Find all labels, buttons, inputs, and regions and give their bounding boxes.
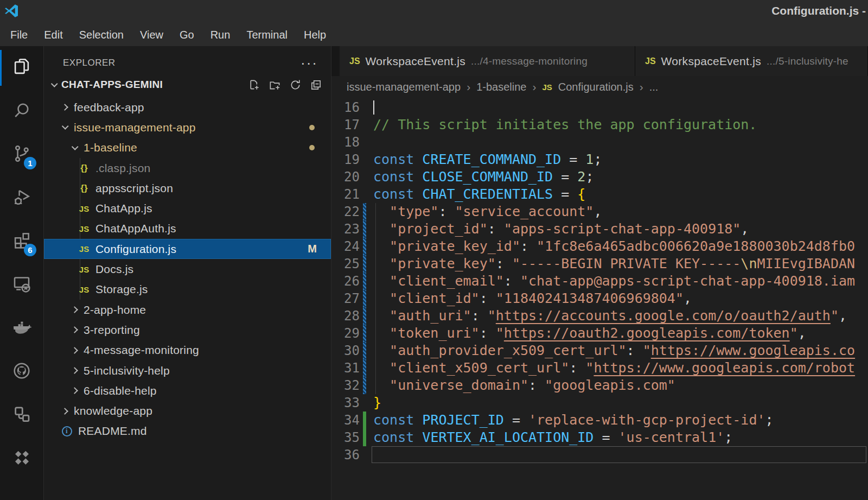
- code-line-24[interactable]: 24 "private_key_id": "1fc8e6a465adbc0066…: [331, 238, 868, 255]
- code-line-28[interactable]: 28 "auth_uri": "https://accounts.google.…: [331, 307, 868, 325]
- tree-item-chatappauth-js[interactable]: JSChatAppAuth.js: [44, 219, 331, 239]
- activity-project-manager[interactable]: [0, 394, 43, 437]
- tree-item-3-reporting[interactable]: 3-reporting: [44, 320, 331, 340]
- code-line-27[interactable]: 27 "client_id": "118402413487406969804",: [331, 290, 868, 307]
- chevron-down-icon: [51, 80, 58, 87]
- chevron-right-icon: [68, 368, 81, 373]
- code-line-20[interactable]: 20const CLOSE_COMMAND_ID = 2;: [331, 168, 868, 186]
- code-text: "client_x509_cert_url": "https://www.goo…: [360, 359, 868, 377]
- activity-source-control[interactable]: 1: [0, 133, 43, 176]
- code-line-26[interactable]: 26 "client_email": "chat-app@apps-script…: [331, 273, 868, 290]
- tree-item-label: appsscript.json: [95, 182, 173, 195]
- menu-help[interactable]: Help: [296, 29, 334, 41]
- code-line-21[interactable]: 21const CHAT_CREDENTIALS = {: [331, 186, 868, 203]
- code-line-32[interactable]: 32 "universe_domain": "googleapis.com": [331, 377, 868, 394]
- code-line-23[interactable]: 23 "project_id": "apps-script-chat-app-4…: [331, 220, 868, 238]
- tree-item-configuration-js[interactable]: JSConfiguration.jsM: [44, 239, 331, 259]
- gutter-modified-indicator: [363, 220, 366, 238]
- activity-gemini-extension[interactable]: [0, 437, 43, 480]
- js-file-icon: JS: [542, 83, 552, 92]
- code-line-19[interactable]: 19const CREATE_COMMAND_ID = 1;: [331, 151, 868, 168]
- tree-item-readme-md[interactable]: iREADME.md: [44, 421, 331, 441]
- new-file-icon[interactable]: [248, 79, 260, 91]
- tree-item-storage-js[interactable]: JSStorage.js: [44, 280, 331, 300]
- menu-go[interactable]: Go: [171, 29, 202, 41]
- line-number: 26: [331, 273, 360, 290]
- menu-terminal[interactable]: Terminal: [238, 29, 296, 41]
- code-line-16[interactable]: 16: [331, 99, 868, 116]
- code-line-25[interactable]: 25 "private_key": "-----BEGIN PRIVATE KE…: [331, 255, 868, 273]
- activity-github[interactable]: [0, 350, 43, 394]
- breadcrumb-item-1-baseline[interactable]: 1-baseline: [476, 81, 526, 93]
- tree-item-6-disable-help[interactable]: 6-disable-help: [44, 381, 331, 401]
- tree-item-label: 1-baseline: [84, 141, 137, 154]
- code-line-30[interactable]: 30 "auth_provider_x509_cert_url": "https…: [331, 342, 868, 359]
- code-text: const PROJECT_ID = 'replace-with-gcp-pro…: [360, 412, 868, 429]
- breadcrumb-item-issue-management-app[interactable]: issue-management-app: [347, 81, 461, 93]
- code-text: "auth_provider_x509_cert_url": "https://…: [360, 342, 868, 359]
- workspace-row[interactable]: CHAT-APPS-GEMINI: [44, 72, 331, 97]
- tree-item-issue-management-app[interactable]: issue-management-app: [44, 117, 331, 137]
- explorer-more-actions-icon[interactable]: ···: [301, 60, 318, 66]
- github-icon: [11, 360, 32, 383]
- workspace-name: CHAT-APPS-GEMINI: [61, 79, 163, 91]
- gutter-added-indicator: [363, 429, 366, 446]
- menu-view[interactable]: View: [132, 29, 171, 41]
- tree-item-docs-js[interactable]: JSDocs.js: [44, 259, 331, 279]
- tree-item-4-message-monitoring[interactable]: 4-message-monitoring: [44, 340, 331, 360]
- extensions-badge: 6: [24, 244, 36, 256]
- code-line-33[interactable]: 33}: [331, 394, 868, 412]
- tab-workspaceevent-js-2[interactable]: JSWorkspaceEvent.js.../5-inclusivity-he: [635, 46, 868, 76]
- activity-remote-explorer[interactable]: [0, 263, 43, 307]
- chevron-down-icon: [68, 145, 81, 150]
- menu-selection[interactable]: Selection: [71, 29, 132, 41]
- code-line-36[interactable]: 36: [331, 446, 868, 464]
- code-text: const VERTEX_AI_LOCATION_ID = 'us-centra…: [360, 429, 868, 446]
- activity-explorer[interactable]: [0, 46, 43, 90]
- line-number: 33: [331, 394, 360, 412]
- gemini-extension-icon: [11, 447, 32, 470]
- code-text: "auth_uri": "https://accounts.google.com…: [360, 307, 868, 325]
- menu-file[interactable]: File: [2, 29, 36, 41]
- code-text: "project_id": "apps-script-chat-app-4009…: [360, 220, 868, 238]
- code-line-35[interactable]: 35const VERTEX_AI_LOCATION_ID = 'us-cent…: [331, 429, 868, 446]
- tab-workspaceevent-js-1[interactable]: JSWorkspaceEvent.js.../4-message-monitor…: [340, 46, 635, 76]
- tree-item-clasp-json[interactable]: {}.clasp.json: [44, 158, 331, 178]
- menu-bar: FileEditSelectionViewGoRunTerminalHelp: [0, 24, 868, 46]
- refresh-icon[interactable]: [289, 79, 302, 91]
- tree-item-knowledge-app[interactable]: knowledge-app: [44, 401, 331, 421]
- activity-docker[interactable]: [0, 307, 43, 350]
- tree-item-chatapp-js[interactable]: JSChatApp.js: [44, 198, 331, 218]
- git-modified-badge: M: [308, 243, 317, 255]
- code-text: const CHAT_CREDENTIALS = {: [360, 186, 868, 203]
- code-line-34[interactable]: 34const PROJECT_ID = 'replace-with-gcp-p…: [331, 412, 868, 429]
- new-folder-icon[interactable]: [269, 79, 281, 91]
- code-line-22[interactable]: 22 "type": "service_account",: [331, 203, 868, 220]
- code-editor[interactable]: 1617// This script initiates the app con…: [331, 98, 868, 500]
- json-file-icon: {}: [75, 183, 93, 194]
- code-text: "client_id": "118402413487406969804",: [360, 290, 868, 307]
- code-line-18[interactable]: 18: [331, 134, 868, 151]
- tree-item-label: ChatAppAuth.js: [95, 222, 176, 235]
- code-line-29[interactable]: 29 "token_uri": "https://oauth2.googleap…: [331, 325, 868, 342]
- tree-item-feedback-app[interactable]: feedback-app: [44, 97, 331, 117]
- tree-item-5-inclusivity-help[interactable]: 5-inclusivity-help: [44, 360, 331, 381]
- activity-run-and-debug[interactable]: [0, 176, 43, 220]
- vscode-logo-icon: [3, 3, 20, 19]
- collapse-all-icon[interactable]: [310, 79, 322, 91]
- activity-search[interactable]: [0, 90, 43, 133]
- tab-bar: JSWorkspaceEvent.js.../4-message-monitor…: [331, 46, 868, 76]
- breadcrumb-item-configuration-js[interactable]: Configuration.js: [558, 81, 634, 93]
- gutter-modified-indicator: [363, 359, 366, 377]
- code-line-31[interactable]: 31 "client_x509_cert_url": "https://www.…: [331, 359, 868, 377]
- tree-item-1-baseline[interactable]: 1-baseline: [44, 138, 331, 158]
- breadcrumb-item-[interactable]: ...: [649, 81, 659, 93]
- menu-run[interactable]: Run: [202, 29, 239, 41]
- tree-item-2-app-home[interactable]: 2-app-home: [44, 300, 331, 320]
- menu-edit[interactable]: Edit: [36, 29, 71, 41]
- modified-dot-badge: [309, 145, 315, 150]
- activity-extensions[interactable]: 6: [0, 220, 43, 263]
- tree-item-appsscript-json[interactable]: {}appsscript.json: [44, 178, 331, 198]
- js-file-icon: JS: [75, 204, 93, 213]
- code-line-17[interactable]: 17// This script initiates the app confi…: [331, 116, 868, 134]
